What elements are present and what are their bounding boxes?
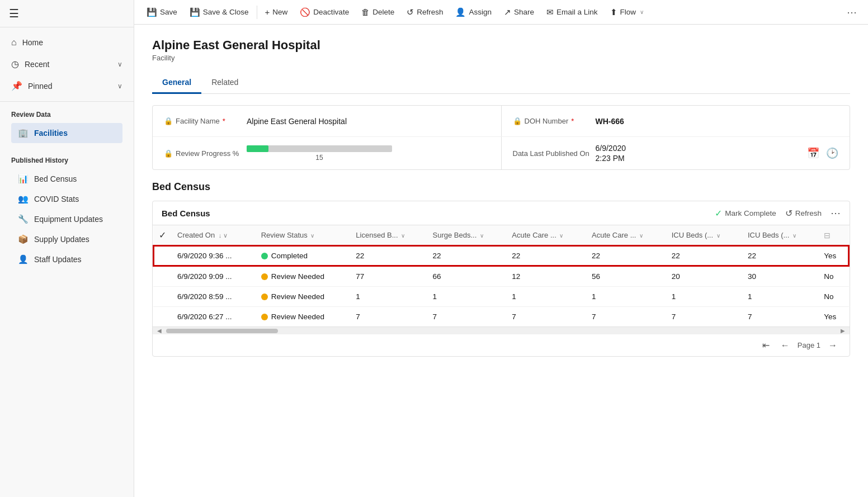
delete-icon: 🗑 bbox=[361, 7, 370, 17]
prev-page-button[interactable]: ← bbox=[777, 339, 793, 352]
row-col6: 30 bbox=[742, 266, 818, 287]
row-col4: 1 bbox=[586, 287, 666, 307]
row-checkbox[interactable] bbox=[153, 266, 172, 287]
row-col2: 66 bbox=[427, 266, 507, 287]
scroll-right-arrow[interactable]: ▶ bbox=[838, 328, 847, 334]
tab-related[interactable]: Related bbox=[201, 72, 248, 94]
sidebar-item-label: Supply Updates bbox=[34, 235, 89, 244]
sidebar-item-home[interactable]: ⌂ Home bbox=[0, 32, 134, 53]
email-link-button[interactable]: ✉ Email a Link bbox=[541, 4, 603, 21]
assign-button[interactable]: 👤 Assign bbox=[450, 4, 497, 21]
refresh-sub-icon: ↺ bbox=[785, 208, 792, 219]
toolbar-separator bbox=[257, 6, 257, 19]
hamburger-icon[interactable]: ☰ bbox=[9, 7, 19, 20]
row-col6: 7 bbox=[742, 307, 818, 327]
sub-refresh-button[interactable]: ↺ Refresh bbox=[785, 208, 822, 219]
col-acute-care-1[interactable]: Acute Care ... ∨ bbox=[506, 225, 586, 245]
row-col2: 7 bbox=[427, 307, 507, 327]
sidebar-item-recent[interactable]: ◷ Recent ∨ bbox=[0, 53, 134, 75]
sidebar-item-bed-census[interactable]: 📊 Bed Census bbox=[11, 169, 122, 189]
clock-icon[interactable]: 🕑 bbox=[826, 147, 838, 159]
col-surge-beds[interactable]: Surge Beds... ∨ bbox=[427, 225, 507, 245]
save-close-button[interactable]: 💾 Save & Close bbox=[184, 4, 254, 21]
row-checkbox[interactable] bbox=[153, 245, 172, 266]
row-checkbox[interactable] bbox=[153, 307, 172, 327]
col-licensed-beds[interactable]: Licensed B... ∨ bbox=[350, 225, 427, 245]
bed-census-table-container: Bed Census ✓ Mark Complete ↺ Refresh ⋯ bbox=[152, 201, 850, 357]
required-star: * bbox=[571, 117, 574, 125]
status-dot-review bbox=[261, 314, 268, 320]
main-area: 💾 Save 💾 Save & Close + New 🚫 Deactivate… bbox=[134, 0, 868, 497]
assign-label: Assign bbox=[469, 8, 492, 16]
sidebar-item-staff-updates[interactable]: 👤 Staff Updates bbox=[11, 249, 122, 269]
filter-icon[interactable]: ⊟ bbox=[824, 231, 831, 240]
tab-general[interactable]: General bbox=[152, 72, 201, 94]
save-close-icon: 💾 bbox=[190, 7, 200, 17]
sidebar: ☰ ⌂ Home ◷ Recent ∨ 📌 Pinned ∨ Review Da… bbox=[0, 0, 134, 497]
sidebar-item-pinned[interactable]: 📌 Pinned ∨ bbox=[0, 75, 134, 97]
next-page-button[interactable]: → bbox=[825, 339, 841, 352]
facility-name-value[interactable]: Alpine East General Hospital bbox=[247, 117, 347, 126]
share-button[interactable]: ↗ Share bbox=[498, 4, 540, 21]
row-col3: 1 bbox=[506, 287, 586, 307]
delete-button[interactable]: 🗑 Delete bbox=[356, 4, 400, 20]
row-col7: No bbox=[818, 287, 849, 307]
toolbar: 💾 Save 💾 Save & Close + New 🚫 Deactivate… bbox=[134, 0, 868, 25]
pagination: ⇤ ← Page 1 → bbox=[153, 334, 850, 356]
flow-button[interactable]: ⬆ Flow ∨ bbox=[605, 4, 650, 21]
scroll-left-arrow[interactable]: ◀ bbox=[155, 328, 164, 334]
col-acute-care-2[interactable]: Acute Care ... ∨ bbox=[586, 225, 666, 245]
row-checkbox[interactable] bbox=[153, 287, 172, 307]
content-area: Alpine East General Hospital Facility Ge… bbox=[134, 25, 868, 497]
form-section: 🔒 Facility Name * Alpine East General Ho… bbox=[152, 105, 850, 170]
sidebar-item-equipment-updates[interactable]: 🔧 Equipment Updates bbox=[11, 209, 122, 229]
new-icon: + bbox=[265, 7, 270, 17]
doh-value[interactable]: WH-666 bbox=[596, 117, 624, 126]
save-icon: 💾 bbox=[147, 7, 157, 17]
sub-more-button[interactable]: ⋯ bbox=[831, 207, 841, 219]
scroll-thumb[interactable] bbox=[166, 329, 278, 333]
chevron-down-icon: ∨ bbox=[117, 60, 122, 68]
page-title: Alpine East General Hospital bbox=[152, 38, 850, 53]
review-progress-cell: 🔒 Review Progress % 15 bbox=[153, 137, 501, 169]
save-button[interactable]: 💾 Save bbox=[141, 4, 183, 21]
sidebar-item-facilities[interactable]: 🏢 Facilities bbox=[11, 123, 122, 143]
col-created-on[interactable]: Created On ↓ ∨ bbox=[172, 225, 256, 245]
share-icon: ↗ bbox=[504, 7, 511, 17]
col-review-status[interactable]: Review Status ∨ bbox=[256, 225, 351, 245]
horizontal-scrollbar[interactable]: ◀ ▶ bbox=[153, 326, 850, 334]
pin-icon: 📌 bbox=[11, 81, 22, 91]
sidebar-item-covid-stats[interactable]: 👥 COVID Stats bbox=[11, 189, 122, 209]
row-col5: 22 bbox=[666, 245, 742, 266]
table-row[interactable]: 6/9/2020 6:27 ... Review Needed 7 7 7 bbox=[153, 307, 849, 327]
doh-number-cell: 🔒 DOH Number * WH-666 bbox=[502, 106, 850, 136]
mark-complete-button[interactable]: ✓ Mark Complete bbox=[715, 208, 776, 219]
sidebar-item-label: Equipment Updates bbox=[34, 215, 103, 224]
filter-chevron-icon: ∨ bbox=[792, 233, 796, 239]
first-page-button[interactable]: ⇤ bbox=[759, 339, 773, 352]
form-row-progress: 🔒 Review Progress % 15 Da bbox=[153, 137, 850, 169]
table-row[interactable]: 6/9/2020 9:36 ... Completed 22 22 22 bbox=[153, 245, 849, 266]
row-col1: 77 bbox=[350, 266, 427, 287]
new-button[interactable]: + New bbox=[260, 4, 294, 20]
check-circle-icon: ✓ bbox=[715, 208, 722, 219]
refresh-button[interactable]: ↺ Refresh bbox=[401, 4, 449, 21]
col-icu-beds-2[interactable]: ICU Beds (... ∨ bbox=[742, 225, 818, 245]
row-col1: 1 bbox=[350, 287, 427, 307]
col-icu-beds-1[interactable]: ICU Beds (... ∨ bbox=[666, 225, 742, 245]
calendar-icon[interactable]: 📅 bbox=[807, 147, 819, 159]
toolbar-more-button[interactable]: ⋯ bbox=[842, 4, 861, 21]
table-row[interactable]: 6/9/2020 8:59 ... Review Needed 1 1 1 bbox=[153, 287, 849, 307]
refresh-label: Refresh bbox=[417, 8, 443, 16]
flow-label: Flow bbox=[620, 8, 636, 16]
published-time: 2:23 PM bbox=[596, 154, 626, 163]
status-dot-review bbox=[261, 273, 268, 280]
filter-chevron-icon: ∨ bbox=[401, 233, 405, 239]
save-close-label: Save & Close bbox=[203, 8, 249, 16]
col-filter[interactable]: ⊟ bbox=[818, 225, 849, 245]
table-row[interactable]: 6/9/2020 9:09 ... Review Needed 77 66 1 bbox=[153, 266, 849, 287]
deactivate-button[interactable]: 🚫 Deactivate bbox=[294, 4, 355, 21]
sidebar-item-supply-updates[interactable]: 📦 Supply Updates bbox=[11, 229, 122, 249]
chevron-down-icon: ∨ bbox=[117, 82, 122, 90]
status-dot-completed bbox=[261, 253, 268, 259]
